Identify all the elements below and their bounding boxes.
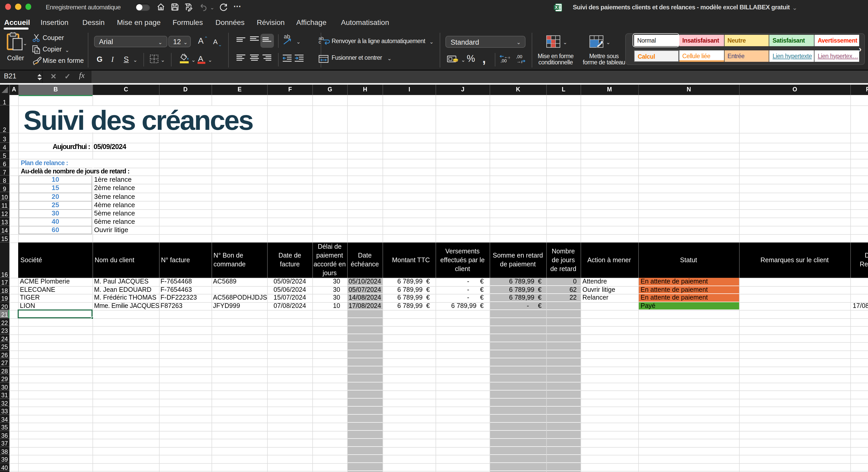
svg-text:,00: ,00 [516,55,522,59]
svg-text:→₀: →₀ [517,59,523,63]
svg-text:,00: ,00 [500,59,507,63]
svg-text:X: X [555,5,558,9]
